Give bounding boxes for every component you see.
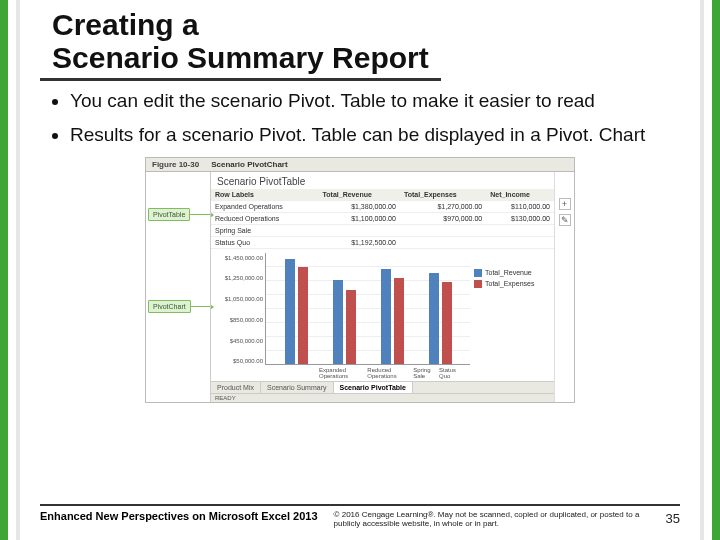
cell: $1,192,500.00 (319, 236, 400, 248)
figure-badge: Figure 10-30 (146, 158, 205, 171)
x-tick: Spring Sale (413, 367, 439, 379)
legend-item: Total_Expenses (474, 280, 546, 288)
y-tick: $1,450,000.00 (225, 255, 263, 261)
spreadsheet-panel: Scenario PivotTable Row Labels Total_Rev… (210, 172, 554, 402)
cell: $130,000.00 (486, 212, 554, 224)
cell: $1,270,000.00 (400, 200, 486, 212)
legend-label: Total_Revenue (485, 269, 532, 276)
footer-copyright: © 2016 Cengage Learning®. May not be sca… (334, 510, 650, 528)
cell (400, 224, 486, 236)
y-tick: $850,000.00 (230, 317, 263, 323)
arrow-icon (190, 306, 210, 307)
plus-icon[interactable]: + (559, 198, 571, 210)
table-row[interactable]: Status Quo $1,192,500.00 (211, 236, 554, 248)
col-header[interactable]: Net_Income (486, 189, 554, 201)
col-header[interactable]: Total_Expenses (400, 189, 486, 201)
status-ready: READY (215, 395, 236, 401)
content-area: Creating a Scenario Summary Report You c… (34, 0, 686, 540)
figure-body: PivotTable PivotChart Scenario PivotTabl… (146, 172, 574, 402)
row-label: Expanded Operations (211, 200, 319, 212)
page-number: 35 (666, 511, 680, 526)
tab-scenario-summary[interactable]: Scenario Summary (261, 382, 334, 393)
pivot-table: Row Labels Total_Revenue Total_Expenses … (211, 189, 554, 249)
bar-groups (266, 253, 470, 364)
bar-rev[interactable] (333, 280, 343, 363)
col-header[interactable]: Total_Revenue (319, 189, 400, 201)
figure-caption: Scenario PivotChart (205, 158, 293, 171)
sheet-tabs: Product Mix Scenario Summary Scenario Pi… (211, 381, 554, 393)
row-label: Status Quo (211, 236, 319, 248)
bar-group (285, 259, 308, 364)
swatch-icon (474, 269, 482, 277)
legend-label: Total_Expenses (485, 280, 534, 287)
cell (486, 236, 554, 248)
callout-pivotchart: PivotChart (148, 300, 191, 313)
cell (486, 224, 554, 236)
row-label: Spring Sale (211, 224, 319, 236)
bar-rev[interactable] (429, 273, 439, 363)
y-tick: $1,250,000.00 (225, 275, 263, 281)
arrow-icon (190, 214, 210, 215)
y-tick: $50,000.00 (233, 358, 263, 364)
bar-exp[interactable] (394, 278, 404, 364)
bar-rev[interactable] (381, 269, 391, 364)
col-header[interactable]: Row Labels (211, 189, 319, 201)
y-tick: $1,050,000.00 (225, 296, 263, 302)
x-tick: Expanded Operations (319, 367, 367, 379)
pivottable-title: Scenario PivotTable (211, 172, 554, 189)
tab-product-mix[interactable]: Product Mix (211, 382, 261, 393)
x-tick: Status Quo (439, 367, 464, 379)
bullet-list: You can edit the scenario Pivot. Table t… (60, 89, 668, 147)
status-bar: READY (211, 393, 554, 402)
cell: $970,000.00 (400, 212, 486, 224)
legend-item: Total_Revenue (474, 269, 546, 277)
bar-group (381, 269, 404, 364)
figure: Figure 10-30 Scenario PivotChart PivotTa… (145, 157, 575, 403)
x-tick: Reduced Operations (367, 367, 413, 379)
y-tick: $450,000.00 (230, 338, 263, 344)
bar-group (429, 273, 452, 363)
swatch-icon (474, 280, 482, 288)
callout-pivottable: PivotTable (148, 208, 190, 221)
bullet-item: Results for a scenario Pivot. Table can … (70, 123, 668, 147)
cell (400, 236, 486, 248)
table-row[interactable]: Reduced Operations $1,100,000.00 $970,00… (211, 212, 554, 224)
cell (319, 224, 400, 236)
cell: $110,000.00 (486, 200, 554, 212)
slide-title: Creating a Scenario Summary Report (40, 2, 441, 81)
pivot-chart[interactable]: $1,450,000.00 $1,250,000.00 $1,050,000.0… (211, 249, 554, 381)
tab-scenario-pivottable[interactable]: Scenario PivotTable (334, 382, 413, 393)
bar-exp[interactable] (298, 267, 308, 363)
slide-footer: Enhanced New Perspectives on Microsoft E… (40, 504, 680, 528)
table-row[interactable]: Spring Sale (211, 224, 554, 236)
bullet-item: You can edit the scenario Pivot. Table t… (70, 89, 668, 113)
footer-left: Enhanced New Perspectives on Microsoft E… (40, 510, 318, 522)
table-row[interactable]: Expanded Operations $1,380,000.00 $1,270… (211, 200, 554, 212)
figure-wrap: Figure 10-30 Scenario PivotChart PivotTa… (34, 157, 686, 403)
figure-header: Figure 10-30 Scenario PivotChart (146, 158, 574, 172)
callout-column: PivotTable PivotChart (146, 172, 210, 402)
bar-exp[interactable] (442, 282, 452, 364)
chart-legend: Total_Revenue Total_Expenses (470, 253, 548, 379)
plot-area (265, 253, 470, 365)
bar-exp[interactable] (346, 290, 356, 364)
chart-side-toolbar: + ✎ (554, 172, 574, 402)
bar-rev[interactable] (285, 259, 295, 364)
y-axis: $1,450,000.00 $1,250,000.00 $1,050,000.0… (217, 253, 265, 379)
bar-group (333, 280, 356, 363)
cell: $1,380,000.00 (319, 200, 400, 212)
table-header-row: Row Labels Total_Revenue Total_Expenses … (211, 189, 554, 201)
cell: $1,100,000.00 (319, 212, 400, 224)
slide: Creating a Scenario Summary Report You c… (0, 0, 720, 540)
brush-icon[interactable]: ✎ (559, 214, 571, 226)
x-axis: Expanded Operations Reduced Operations S… (265, 365, 470, 379)
row-label: Reduced Operations (211, 212, 319, 224)
